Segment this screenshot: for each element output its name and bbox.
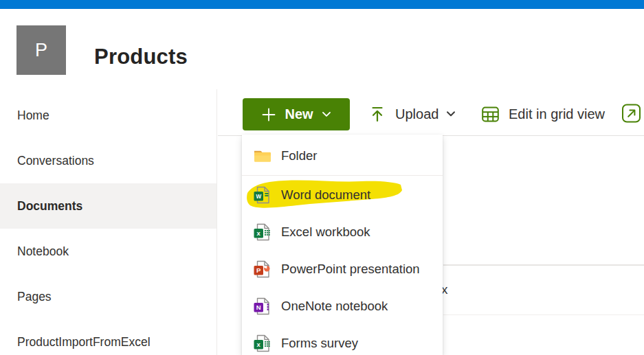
page-title[interactable]: Products — [94, 45, 188, 69]
menu-item-label: Forms survey — [281, 336, 358, 351]
list-row-divider — [443, 314, 644, 315]
forms-survey-icon: x — [254, 334, 271, 352]
menu-item-word-document[interactable]: W Word document — [242, 176, 443, 214]
suite-bar — [0, 0, 644, 9]
word-document-icon: W — [254, 186, 271, 204]
menu-item-forms-survey[interactable]: x Forms survey — [242, 325, 443, 355]
menu-item-folder[interactable]: Folder — [242, 137, 443, 174]
excel-workbook-icon: x — [254, 223, 271, 241]
new-button[interactable]: New — [243, 98, 350, 130]
sidebar-item-notebook[interactable]: Notebook — [0, 229, 216, 274]
menu-item-excel-workbook[interactable]: x Excel workbook — [242, 214, 443, 251]
sidebar-item-conversations[interactable]: Conversations — [0, 138, 216, 183]
new-button-label: New — [285, 106, 313, 122]
edit-in-grid-view-button[interactable]: Edit in grid view — [481, 100, 605, 128]
sidebar-item-pages[interactable]: Pages — [0, 274, 216, 319]
powerpoint-icon: P — [254, 260, 271, 278]
svg-text:P: P — [256, 266, 261, 274]
folder-icon — [254, 147, 271, 165]
menu-item-label: Folder — [281, 148, 317, 163]
chevron-down-icon — [446, 111, 456, 117]
menu-item-powerpoint-presentation[interactable]: P PowerPoint presentation — [242, 251, 443, 288]
upload-button-label: Upload — [395, 106, 438, 122]
list-row-divider — [443, 264, 644, 266]
svg-text:x: x — [257, 229, 261, 237]
menu-item-label: Excel workbook — [281, 225, 370, 240]
svg-text:N: N — [256, 304, 261, 311]
menu-item-label: Word document — [281, 187, 370, 203]
svg-text:W: W — [256, 194, 261, 200]
new-dropdown-menu: Folder W Word document x — [242, 135, 443, 355]
open-in-new-icon — [621, 103, 642, 124]
sidebar: Home Conversations Documents Notebook Pa… — [0, 89, 217, 355]
site-header: P Products — [0, 9, 644, 89]
sidebar-item-home[interactable]: Home — [0, 93, 216, 138]
chevron-down-icon — [322, 111, 331, 117]
upload-arrow-icon — [368, 105, 386, 123]
menu-divider — [242, 175, 443, 176]
plus-icon — [261, 107, 276, 122]
onenote-icon: N — [254, 297, 271, 315]
menu-item-label: PowerPoint presentation — [281, 262, 420, 277]
site-logo[interactable]: P — [16, 25, 66, 75]
edit-in-grid-view-label: Edit in grid view — [509, 106, 605, 122]
upload-button[interactable]: Upload — [368, 100, 456, 128]
menu-item-onenote-notebook[interactable]: N OneNote notebook — [242, 288, 443, 325]
open-in-new-button[interactable] — [621, 103, 642, 124]
menu-item-label: OneNote notebook — [281, 299, 388, 314]
sidebar-item-productimportfromexcel[interactable]: ProductImportFromExcel — [0, 319, 216, 355]
svg-text:x: x — [257, 341, 261, 348]
grid-table-icon — [481, 105, 500, 124]
sidebar-item-documents[interactable]: Documents — [0, 183, 216, 229]
